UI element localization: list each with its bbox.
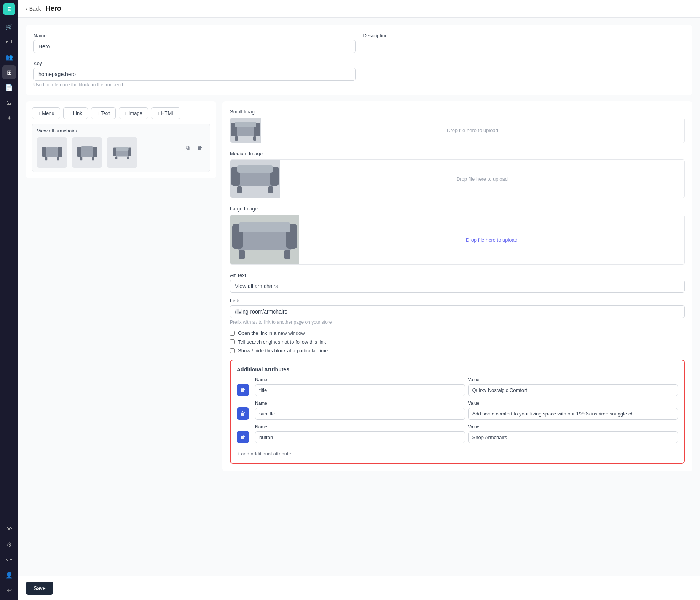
attr-value-input-2[interactable]: [468, 408, 678, 420]
attr-headers-3: Name Value: [237, 424, 678, 430]
large-image-section: Large Image: [230, 206, 685, 265]
svg-rect-28: [237, 186, 242, 193]
svg-rect-3: [46, 147, 58, 151]
description-field-group: Description: [363, 33, 685, 53]
small-image-dropzone[interactable]: Drop file here to upload: [261, 118, 684, 143]
large-image-thumb: [230, 215, 299, 264]
svg-rect-7: [77, 147, 81, 157]
sidebar-icon-person[interactable]: 👤: [2, 568, 16, 582]
save-button[interactable]: Save: [26, 582, 53, 595]
name-input[interactable]: [33, 40, 356, 53]
large-image-label: Large Image: [230, 206, 685, 212]
small-image-upload-row: Drop file here to upload: [230, 118, 685, 143]
preview-image-1: [37, 137, 67, 168]
medium-image-thumb: [230, 160, 280, 198]
footer: Save: [18, 576, 700, 600]
preview-image-2: [72, 137, 102, 168]
alt-text-input[interactable]: [230, 280, 685, 293]
attr-row-2: Name Value 🗑: [237, 401, 678, 420]
block-editor-section: + Menu + Link + Text + Image + HTML View…: [26, 101, 216, 178]
left-panel: + Menu + Link + Text + Image + HTML View…: [26, 101, 216, 471]
sidebar-icon-files[interactable]: 🗂: [2, 96, 16, 110]
attr-value-header-3: Value: [468, 424, 678, 430]
new-window-checkbox[interactable]: [230, 331, 235, 336]
delete-block-button[interactable]: 🗑: [195, 143, 205, 153]
attr-value-input-3[interactable]: [468, 431, 678, 443]
svg-rect-23: [253, 136, 256, 141]
svg-rect-30: [236, 230, 293, 250]
sidebar-icon-cart[interactable]: 🛒: [2, 20, 16, 33]
nofollow-row: Tell search engines not to follow this l…: [230, 339, 685, 345]
sidebar-icon-star[interactable]: ✦: [2, 111, 16, 125]
attr-value-input-1[interactable]: [468, 384, 678, 396]
svg-rect-9: [81, 146, 93, 151]
text-button[interactable]: + Text: [91, 107, 116, 119]
nofollow-label: Tell search engines not to follow this l…: [238, 339, 326, 345]
sidebar-icon-tag[interactable]: 🏷: [2, 35, 16, 49]
link-label: Link: [230, 298, 685, 304]
attr-value-header-1: Value: [468, 377, 678, 382]
svg-rect-35: [284, 250, 290, 259]
svg-rect-12: [115, 150, 129, 157]
small-image-thumb: [230, 118, 261, 143]
top-fields-section: Name Description Key Used to reference t…: [26, 25, 692, 95]
block-label: View all armchairs: [37, 128, 179, 134]
key-hint: Used to reference the block on the front…: [33, 82, 356, 88]
image-previews: [37, 137, 179, 168]
description-label: Description: [363, 33, 685, 38]
additional-attributes-section: Additional Attributes Name Value 🗑: [230, 360, 685, 464]
alt-text-label: Alt Text: [230, 272, 685, 278]
add-attribute-link[interactable]: + add additional attribute: [237, 451, 291, 457]
sidebar: E 🛒 🏷 👥 ⊞ 📄 🗂 ✦ 👁 ⚙ ⧟ 👤 ↩: [0, 0, 18, 600]
attr-value-header-2: Value: [468, 401, 678, 406]
html-button[interactable]: + HTML: [151, 107, 180, 119]
attr-headers-1: Name Value: [237, 377, 678, 382]
large-image-dropzone[interactable]: Drop file here to upload: [299, 215, 684, 264]
schedule-checkbox[interactable]: [230, 348, 235, 353]
key-input[interactable]: [33, 68, 356, 81]
main-panel: ‹ Back Hero Name Description Key Used to…: [18, 0, 700, 600]
additional-attrs-title: Additional Attributes: [237, 366, 678, 372]
svg-rect-24: [234, 171, 276, 186]
sidebar-icon-docs[interactable]: 📄: [2, 81, 16, 94]
toolbar: + Menu + Link + Text + Image + HTML: [32, 107, 210, 119]
delete-attr-1-button[interactable]: 🗑: [237, 384, 249, 396]
attr-name-header-2: Name: [255, 401, 465, 406]
attr-headers-2: Name Value: [237, 401, 678, 406]
attr-name-input-1[interactable]: [255, 384, 465, 396]
menu-button[interactable]: + Menu: [32, 107, 60, 119]
link-button[interactable]: + Link: [63, 107, 88, 119]
svg-rect-22: [235, 136, 238, 141]
image-button[interactable]: + Image: [119, 107, 148, 119]
key-label: Key: [33, 60, 356, 66]
svg-rect-5: [57, 157, 59, 160]
app-logo[interactable]: E: [3, 3, 15, 15]
svg-rect-11: [92, 157, 94, 160]
content-area: Name Description Key Used to reference t…: [18, 18, 700, 576]
sidebar-icon-sliders[interactable]: ⧟: [2, 553, 16, 567]
svg-rect-8: [93, 147, 97, 157]
name-field-group: Name: [33, 33, 356, 53]
schedule-row: Show / hide this block at a particular t…: [230, 348, 685, 353]
small-image-section: Small Image: [230, 109, 685, 143]
link-input[interactable]: [230, 305, 685, 318]
link-field-group: Link Prefix with a / to link to another …: [230, 298, 685, 325]
copy-block-button[interactable]: ⧉: [182, 143, 193, 153]
attr-name-input-2[interactable]: [255, 408, 465, 420]
sidebar-icon-blocks[interactable]: ⊞: [2, 65, 16, 79]
sidebar-icon-settings[interactable]: ⚙: [2, 538, 16, 551]
delete-attr-3-button[interactable]: 🗑: [237, 431, 249, 443]
nofollow-checkbox[interactable]: [230, 339, 235, 344]
key-field-group: Key Used to reference the block on the f…: [33, 60, 356, 88]
sidebar-icon-logout[interactable]: ↩: [2, 583, 16, 597]
back-button[interactable]: ‹ Back: [26, 6, 41, 12]
page-title: Hero: [46, 5, 61, 13]
content-block: View all armchairs: [32, 124, 210, 172]
attr-name-input-3[interactable]: [255, 431, 465, 443]
medium-image-section: Medium Image: [230, 151, 685, 198]
svg-rect-29: [268, 186, 273, 193]
sidebar-icon-eye[interactable]: 👁: [2, 522, 16, 536]
medium-image-dropzone[interactable]: Drop file here to upload: [280, 160, 684, 198]
sidebar-icon-users[interactable]: 👥: [2, 50, 16, 64]
delete-attr-2-button[interactable]: 🗑: [237, 407, 249, 420]
